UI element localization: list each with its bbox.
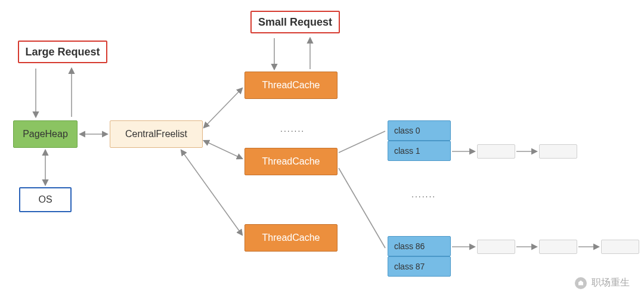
page-heap-node: PageHeap bbox=[13, 120, 78, 148]
free-node bbox=[539, 240, 577, 254]
threadcache-ellipsis: ....... bbox=[280, 124, 305, 134]
free-node bbox=[477, 144, 515, 159]
free-node bbox=[477, 240, 515, 254]
small-request-title: Small Request bbox=[250, 11, 340, 33]
svg-line-9 bbox=[339, 131, 385, 153]
thread-cache-node-2: ThreadCache bbox=[244, 148, 338, 175]
thread-cache-node-1: ThreadCache bbox=[244, 72, 338, 99]
svg-line-8 bbox=[181, 150, 242, 235]
free-node bbox=[539, 144, 577, 159]
class-cell-1: class 1 bbox=[388, 141, 451, 161]
large-request-title: Large Request bbox=[18, 41, 107, 63]
class-cell-87: class 87 bbox=[388, 256, 451, 277]
free-node bbox=[601, 240, 639, 254]
svg-line-6 bbox=[204, 88, 242, 128]
watermark-text: 职场重生 bbox=[592, 277, 630, 289]
central-freelist-node: CentralFreelist bbox=[110, 120, 203, 148]
class-list-ellipsis: ....... bbox=[411, 190, 436, 199]
os-node: OS bbox=[19, 187, 72, 212]
diagram-stage: { "titles": { "large_request": "Large Re… bbox=[0, 0, 644, 307]
svg-line-10 bbox=[339, 168, 385, 248]
thread-cache-node-3: ThreadCache bbox=[244, 224, 338, 252]
watermark: 职场重生 bbox=[575, 277, 630, 289]
class-cell-0: class 0 bbox=[388, 120, 451, 141]
wechat-icon bbox=[575, 277, 587, 289]
svg-line-7 bbox=[204, 141, 242, 159]
class-cell-86: class 86 bbox=[388, 236, 451, 256]
